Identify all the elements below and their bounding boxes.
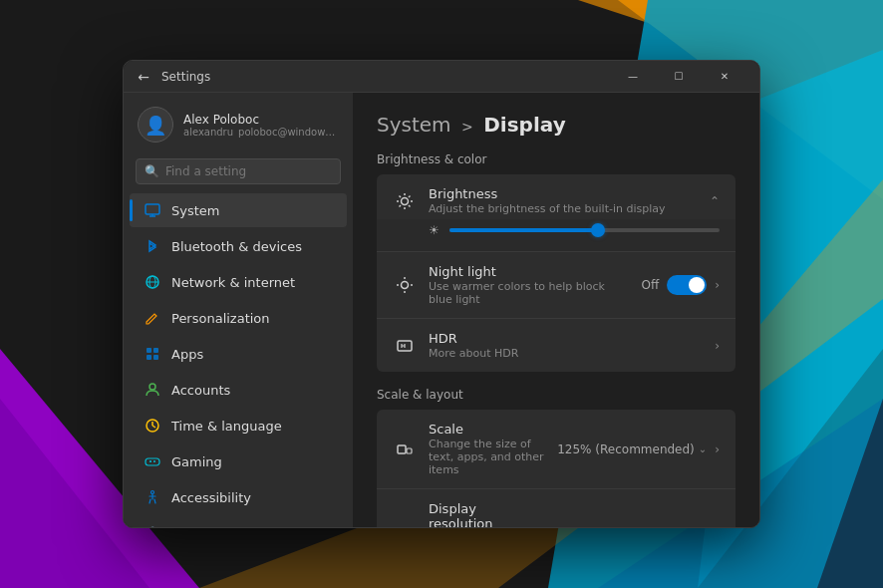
accessibility-icon bbox=[144, 488, 161, 506]
svg-rect-18 bbox=[153, 355, 158, 360]
user-info: Alex Poloboc alexandru_poloboc@windowsre… bbox=[183, 113, 339, 138]
nav-time[interactable]: Time & language bbox=[130, 409, 347, 442]
sidebar: 👤 Alex Poloboc alexandru_poloboc@windows… bbox=[124, 93, 353, 527]
nav-system[interactable]: System bbox=[130, 193, 347, 227]
svg-rect-47 bbox=[407, 448, 412, 453]
brightness-slider-thumb[interactable] bbox=[591, 223, 605, 237]
time-label: Time & language bbox=[171, 419, 282, 434]
svg-rect-16 bbox=[153, 348, 158, 353]
night-light-toggle-label: Off bbox=[641, 278, 659, 292]
gaming-icon bbox=[144, 452, 161, 470]
night-light-desc: Use warmer colors to help block blue lig… bbox=[429, 280, 629, 306]
brightness-icon bbox=[393, 189, 417, 213]
svg-rect-46 bbox=[398, 445, 406, 453]
system-label: System bbox=[171, 203, 219, 218]
user-profile[interactable]: 👤 Alex Poloboc alexandru_poloboc@windows… bbox=[124, 93, 353, 152]
hdr-icon bbox=[393, 334, 417, 358]
hdr-text: HDR More about HDR bbox=[429, 331, 703, 360]
title-bar: ← Settings — ☐ ✕ bbox=[124, 61, 759, 93]
apps-label: Apps bbox=[171, 347, 203, 362]
sun-small-icon: ☀ bbox=[429, 223, 440, 237]
scale-card: Scale Change the size of text, apps, and… bbox=[377, 410, 736, 527]
brightness-slider-track[interactable] bbox=[449, 228, 720, 232]
nav-network[interactable]: Network & internet bbox=[130, 265, 347, 299]
nav-accounts[interactable]: Accounts bbox=[130, 373, 347, 407]
search-icon: 🔍 bbox=[145, 164, 159, 178]
night-light-icon bbox=[393, 273, 417, 297]
night-light-toggle[interactable] bbox=[667, 275, 707, 295]
personalization-icon bbox=[144, 309, 161, 327]
section-brightness-title: Brightness & color bbox=[377, 152, 736, 166]
minimize-button[interactable]: — bbox=[610, 61, 656, 93]
brightness-chevron: ⌃ bbox=[710, 194, 720, 208]
brightness-card: Brightness Adjust the brightness of the … bbox=[377, 174, 736, 372]
scale-text: Scale Change the size of text, apps, and… bbox=[429, 422, 545, 476]
brightness-desc: Adjust the brightness of the built-in di… bbox=[429, 202, 698, 215]
back-button[interactable]: ← bbox=[136, 69, 151, 85]
accounts-icon bbox=[144, 381, 161, 399]
breadcrumb: System > Display bbox=[377, 113, 736, 137]
brightness-text: Brightness Adjust the brightness of the … bbox=[429, 186, 698, 215]
night-light-label: Night light bbox=[429, 264, 629, 279]
breadcrumb-current: Display bbox=[483, 113, 565, 137]
main-content: System > Display Brightness & color bbox=[353, 93, 759, 527]
window-controls: — ☐ ✕ bbox=[610, 61, 747, 93]
svg-line-22 bbox=[152, 426, 155, 428]
privacy-icon bbox=[144, 524, 161, 527]
system-icon bbox=[144, 201, 161, 219]
slider-area[interactable]: ☀ bbox=[393, 223, 720, 237]
user-email: alexandru_poloboc@windowsreport... bbox=[183, 127, 339, 138]
window-body: 👤 Alex Poloboc alexandru_poloboc@windows… bbox=[124, 93, 759, 527]
apps-icon bbox=[144, 345, 161, 363]
close-button[interactable]: ✕ bbox=[702, 61, 747, 93]
hdr-label: HDR bbox=[429, 331, 703, 346]
resolution-label: Display resolution bbox=[429, 501, 514, 527]
search-input[interactable] bbox=[165, 164, 332, 178]
hdr-row[interactable]: HDR More about HDR › bbox=[377, 319, 736, 372]
night-light-chevron: › bbox=[715, 278, 720, 292]
nav-accessibility[interactable]: Accessibility bbox=[130, 480, 347, 514]
search-box[interactable]: 🔍 bbox=[136, 158, 341, 184]
scale-label: Scale bbox=[429, 422, 545, 437]
avatar: 👤 bbox=[138, 107, 173, 143]
svg-point-26 bbox=[153, 460, 155, 462]
toggle-knob bbox=[689, 277, 705, 293]
scale-dropdown[interactable]: 125% (Recommended) ⌄ bbox=[557, 442, 707, 456]
night-light-row[interactable]: Night light Use warmer colors to help bl… bbox=[377, 252, 736, 319]
nav-bluetooth[interactable]: Bluetooth & devices bbox=[130, 229, 347, 263]
scale-dropdown-chevron: ⌄ bbox=[699, 443, 707, 454]
accounts-label: Accounts bbox=[171, 383, 230, 398]
breadcrumb-sep: > bbox=[461, 119, 473, 135]
hdr-right: › bbox=[715, 339, 720, 353]
user-icon: 👤 bbox=[145, 115, 166, 136]
resolution-row[interactable]: Display resolution Adjust the resolution… bbox=[377, 489, 736, 527]
brightness-slider-fill bbox=[449, 228, 598, 232]
svg-line-35 bbox=[409, 195, 411, 197]
nav-privacy[interactable]: Privacy & security bbox=[130, 516, 347, 527]
hdr-desc: More about HDR bbox=[429, 347, 703, 360]
brightness-row[interactable]: Brightness Adjust the brightness of the … bbox=[377, 174, 736, 219]
brightness-slider-container: ☀ bbox=[377, 219, 736, 252]
nav-gaming[interactable]: Gaming bbox=[130, 444, 347, 478]
night-light-right: Off › bbox=[641, 275, 720, 295]
bluetooth-label: Bluetooth & devices bbox=[171, 239, 302, 254]
gaming-label: Gaming bbox=[171, 454, 222, 469]
hdr-chevron: › bbox=[715, 339, 720, 353]
settings-window: ← Settings — ☐ ✕ 👤 Alex Poloboc alexandr… bbox=[123, 60, 760, 528]
svg-point-27 bbox=[151, 491, 154, 494]
window-title: Settings bbox=[161, 70, 610, 84]
scale-value: 125% (Recommended) bbox=[557, 442, 695, 456]
resolution-text: Display resolution Adjust the resolution… bbox=[429, 501, 514, 527]
svg-point-19 bbox=[149, 384, 155, 390]
network-icon bbox=[144, 273, 161, 291]
brightness-label: Brightness bbox=[429, 186, 698, 201]
scale-chevron: › bbox=[715, 442, 720, 456]
maximize-button[interactable]: ☐ bbox=[656, 61, 702, 93]
network-label: Network & internet bbox=[171, 275, 295, 290]
nav-personalization[interactable]: Personalization bbox=[130, 301, 347, 335]
scale-row[interactable]: Scale Change the size of text, apps, and… bbox=[377, 410, 736, 489]
nav-apps[interactable]: Apps bbox=[130, 337, 347, 371]
svg-line-33 bbox=[400, 195, 402, 197]
user-name: Alex Poloboc bbox=[183, 113, 339, 127]
brightness-right: ⌃ bbox=[710, 194, 720, 208]
